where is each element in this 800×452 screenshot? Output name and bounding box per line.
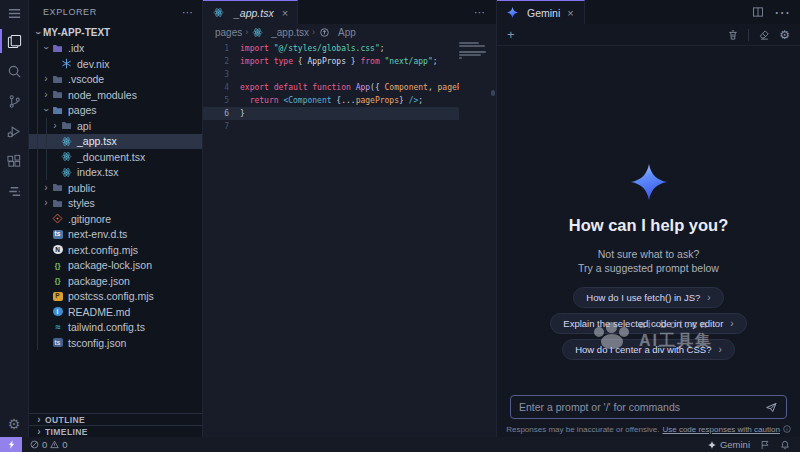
settings-gear-icon[interactable]: ⚙	[0, 411, 29, 437]
tab-gemini[interactable]: Gemini ×	[497, 0, 585, 24]
section-outline[interactable]: ›OUTLINE	[29, 413, 202, 425]
folder-file-icon	[51, 198, 64, 209]
tree-item-next-config-mjs[interactable]: Nnext.config.mjs	[29, 242, 202, 258]
tree-item-label: public	[68, 182, 95, 194]
vscode-window: ⚙ EXPLORER ⋯ ›MY-APP-TEXT›.idxdev.nix›.v…	[0, 0, 800, 452]
gemini-logo-icon	[631, 164, 667, 200]
folder-idx-file-icon	[51, 43, 64, 54]
react-file-icon	[60, 167, 73, 178]
code-line-7[interactable]: 7	[203, 120, 459, 133]
info-file-icon: i	[51, 306, 64, 317]
code-line-5[interactable]: 5 return <Component {...pageProps} />;	[203, 94, 459, 107]
line-number: 5	[203, 94, 229, 107]
tree-item-public[interactable]: ›public	[29, 180, 202, 196]
tree-item-node-modules[interactable]: ›node_modules	[29, 87, 202, 103]
explorer-icon[interactable]	[0, 26, 29, 56]
tree-item--gitignore[interactable]: .gitignore	[29, 211, 202, 227]
extensions-icon[interactable]	[0, 146, 29, 176]
next-file-icon: N	[51, 244, 64, 255]
gemini-status-item[interactable]: Gemini	[708, 439, 750, 450]
code-editor[interactable]: 1import "@/styles/globals.css";2import t…	[203, 40, 496, 437]
tree-item-label: .idx	[68, 42, 84, 54]
code-line-6[interactable]: 6}	[203, 107, 459, 120]
json-file-icon: {}	[51, 260, 64, 271]
tree-item-label: postcss.config.mjs	[68, 290, 154, 302]
symbol-icon	[318, 27, 331, 38]
tab-app-tsx[interactable]: _app.tsx ×	[203, 0, 298, 24]
code-text	[229, 68, 240, 81]
chevron-down-icon: ›	[41, 105, 51, 115]
code-text: return <Component {...pageProps} />;	[229, 94, 423, 107]
tree-item-package-lock-json[interactable]: {}package-lock.json	[29, 258, 202, 274]
breadcrumb-file[interactable]: _app.tsx	[251, 27, 309, 38]
section-timeline[interactable]: ›TIMELINE	[29, 425, 202, 437]
breadcrumb: pages › _app.tsx › App	[203, 24, 496, 40]
new-chat-icon[interactable]: +	[507, 27, 515, 42]
tree-item-index-tsx[interactable]: index.tsx	[29, 165, 202, 181]
minimap[interactable]	[459, 42, 486, 60]
caution-link[interactable]: Use code responses with caution	[662, 425, 779, 434]
code-line-2[interactable]: 2import type { AppProps } from "next/app…	[203, 55, 459, 68]
notifications-bell-icon[interactable]	[780, 440, 790, 450]
suggested-prompt-1[interactable]: How do I use fetch() in JS?›	[573, 287, 723, 308]
send-icon[interactable]	[765, 401, 778, 414]
folder-file-icon	[60, 120, 73, 131]
status-bar: 0 0 Gemini	[0, 437, 800, 452]
tree-item-label: styles	[68, 197, 95, 209]
run-debug-icon[interactable]	[0, 116, 29, 146]
tree-item-pages[interactable]: ›pages	[29, 103, 202, 119]
close-icon[interactable]: ×	[567, 7, 573, 19]
clear-chat-icon[interactable]	[758, 29, 770, 41]
tree-item-label: _document.tsx	[77, 151, 145, 163]
tree-item-next-env-d-ts[interactable]: tsnext-env.d.ts	[29, 227, 202, 243]
scrollbar-thumb[interactable]	[491, 90, 495, 96]
tsconfig-file-icon: ts	[51, 337, 64, 348]
tree-item-tsconfig-json[interactable]: tstsconfig.json	[29, 335, 202, 351]
search-icon[interactable]	[0, 56, 29, 86]
editor-more-icon[interactable]: ⋯	[464, 6, 496, 19]
tree-item--vscode[interactable]: ›.vscode	[29, 72, 202, 88]
tree-item--idx[interactable]: ›.idx	[29, 41, 202, 57]
tree-item-my-app-text[interactable]: ›MY-APP-TEXT	[29, 25, 202, 41]
code-text: import "@/styles/globals.css";	[229, 42, 385, 55]
panel-more-icon[interactable]: ⋯	[774, 3, 790, 22]
tree-item-api[interactable]: ›api	[29, 118, 202, 134]
code-line-1[interactable]: 1import "@/styles/globals.css";	[203, 42, 459, 55]
suggested-prompt-2[interactable]: Explain the selected code in my editor›	[550, 313, 746, 334]
code-text: }	[229, 107, 245, 120]
gemini-settings-gear-icon[interactable]: ⚙	[779, 28, 790, 42]
idx-icon[interactable]	[0, 176, 29, 206]
breadcrumb-symbol[interactable]: App	[318, 27, 356, 38]
tree-item-label: pages	[68, 104, 97, 116]
tree-item-tailwind-config-ts[interactable]: ≈tailwind.config.ts	[29, 320, 202, 336]
code-line-3[interactable]: 3	[203, 68, 459, 81]
code-line-4[interactable]: 4export default function App({ Component…	[203, 81, 459, 94]
tree-item-styles[interactable]: ›styles	[29, 196, 202, 212]
split-editor-icon[interactable]	[752, 6, 764, 18]
suggested-prompts: How do I use fetch() in JS?›Explain the …	[550, 287, 746, 360]
chevron-right-icon: ›	[41, 183, 51, 193]
info-icon[interactable]	[783, 425, 791, 433]
tree-item--app-tsx[interactable]: _app.tsx	[29, 134, 202, 150]
line-number: 6	[203, 107, 229, 120]
close-icon[interactable]: ×	[282, 7, 288, 19]
tree-item-label: index.tsx	[77, 166, 118, 178]
suggested-prompt-3[interactable]: How do I center a div with CSS?›	[562, 339, 735, 360]
folder-file-icon	[51, 182, 64, 193]
tree-item--document-tsx[interactable]: _document.tsx	[29, 149, 202, 165]
menu-icon[interactable]	[0, 0, 29, 26]
delete-chat-icon[interactable]	[727, 29, 739, 41]
tree-item-readme-md[interactable]: iREADME.md	[29, 304, 202, 320]
tree-item-label: _app.tsx	[77, 135, 117, 147]
chevron-right-icon: ›	[730, 318, 733, 329]
source-control-icon[interactable]	[0, 86, 29, 116]
tree-item-package-json[interactable]: {}package.json	[29, 273, 202, 289]
explorer-more-icon[interactable]: ⋯	[182, 6, 194, 19]
tree-item-dev-nix[interactable]: dev.nix	[29, 56, 202, 72]
tree-item-postcss-config-mjs[interactable]: Ppostcss.config.mjs	[29, 289, 202, 305]
prompt-input[interactable]	[519, 401, 765, 413]
feedback-icon[interactable]	[760, 440, 770, 450]
remote-indicator[interactable]	[0, 437, 22, 452]
problems-status[interactable]: 0 0	[30, 439, 68, 450]
breadcrumb-pages[interactable]: pages	[215, 27, 242, 38]
